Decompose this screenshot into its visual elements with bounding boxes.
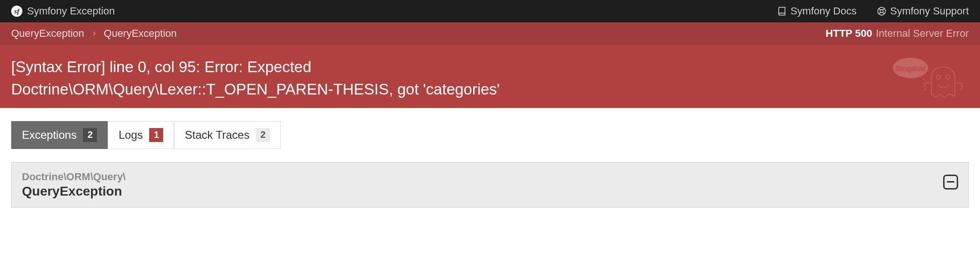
- exception-card: Doctrine\ORM\Query\ QueryException: [11, 162, 969, 208]
- tabs-bar: Exceptions 2 Logs 1 Stack Traces 2: [11, 121, 969, 149]
- tab-badge: 2: [83, 128, 97, 142]
- tab-badge: 1: [149, 128, 163, 142]
- header-brand: sf Symfony Exception: [11, 5, 115, 17]
- app-header: sf Symfony Exception Symfony Docs Symfon…: [0, 0, 980, 22]
- svg-point-8: [946, 75, 950, 79]
- breadcrumb-bar: QueryException QueryException HTTP 500 I…: [0, 22, 980, 45]
- svg-line-4: [883, 8, 885, 10]
- tab-label: Stack Traces: [185, 129, 249, 142]
- error-banner: [Syntax Error] line 0, col 95: Error: Ex…: [0, 45, 980, 108]
- life-ring-icon: [877, 7, 886, 16]
- exception-namespace: Doctrine\ORM\Query\: [22, 171, 958, 183]
- exception-class: QueryException: [22, 184, 958, 199]
- main-content: Exceptions 2 Logs 1 Stack Traces 2 Doctr…: [0, 108, 980, 221]
- breadcrumb-item[interactable]: QueryException: [11, 27, 84, 40]
- tab-label: Logs: [118, 129, 143, 142]
- docs-link[interactable]: Symfony Docs: [777, 5, 856, 17]
- support-link-label: Symfony Support: [890, 5, 969, 17]
- tab-stack-traces[interactable]: Stack Traces 2: [174, 121, 281, 149]
- support-link[interactable]: Symfony Support: [877, 5, 969, 17]
- tab-logs[interactable]: Logs 1: [108, 121, 174, 149]
- http-status-text: Internal Server Error: [876, 27, 969, 40]
- header-links: Symfony Docs Symfony Support: [777, 5, 969, 17]
- svg-line-3: [883, 12, 885, 14]
- svg-point-7: [937, 75, 940, 79]
- docs-link-label: Symfony Docs: [790, 5, 856, 17]
- header-title: Symfony Exception: [27, 5, 115, 17]
- tab-label: Exceptions: [22, 129, 76, 142]
- breadcrumb-item[interactable]: QueryException: [104, 27, 177, 40]
- tab-exceptions[interactable]: Exceptions 2: [11, 121, 108, 149]
- ghost-illustration-icon: Exception!: [885, 53, 969, 104]
- book-icon: [777, 7, 787, 16]
- symfony-logo-icon: sf: [11, 6, 22, 17]
- svg-line-5: [879, 12, 881, 14]
- ghost-bubble-text: Exception!: [895, 65, 926, 72]
- tab-badge: 2: [256, 128, 270, 142]
- svg-line-2: [879, 8, 881, 10]
- http-status-code: HTTP 500: [826, 27, 872, 40]
- error-message: [Syntax Error] line 0, col 95: Error: Ex…: [11, 56, 533, 101]
- http-status: HTTP 500 Internal Server Error: [826, 27, 969, 40]
- chevron-right-icon: [91, 30, 97, 37]
- collapse-button[interactable]: [943, 175, 958, 190]
